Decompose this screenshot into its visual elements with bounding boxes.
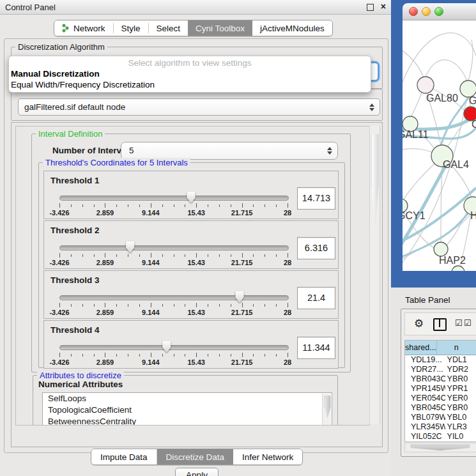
zoom-traffic-light[interactable] bbox=[434, 7, 443, 16]
slider-thumb[interactable] bbox=[125, 241, 135, 253]
network-node[interactable] bbox=[417, 77, 434, 93]
threshold-row: Threshold 1-3.4262.8599.14415.4321.71528… bbox=[43, 171, 339, 219]
table-data-combobox[interactable]: galFiltered.sif default node bbox=[18, 98, 380, 116]
threshold-value-field[interactable]: 14.713 bbox=[297, 187, 335, 210]
spinner-arrows-icon bbox=[327, 147, 332, 155]
threshold-label: Threshold 1 bbox=[50, 176, 100, 185]
attributes-list-scrollbar[interactable] bbox=[322, 394, 331, 426]
minimize-traffic-light[interactable] bbox=[422, 7, 431, 16]
threshold-row: Threshold 3-3.4262.8599.14415.4321.71528… bbox=[43, 270, 339, 319]
scrollbar-thumb[interactable] bbox=[371, 130, 379, 233]
tab-discretize-data[interactable]: Discretize Data bbox=[157, 449, 234, 464]
table-row[interactable]: YDR27...YDR2 bbox=[405, 365, 476, 374]
column-header-name[interactable]: n bbox=[437, 341, 476, 355]
interval-definition-group: Interval Definition Number of Intervals … bbox=[31, 134, 351, 372]
tab-impute-data[interactable]: Impute Data bbox=[91, 449, 157, 464]
threshold-slider[interactable]: -3.4262.8599.14415.4321.71528 bbox=[59, 190, 288, 217]
slider-tick-labels: -3.4262.8599.14415.4321.71528 bbox=[59, 259, 288, 266]
number-of-intervals-spinner[interactable]: 5 bbox=[121, 142, 338, 160]
group-title: Interval Definition bbox=[36, 129, 105, 139]
table-row[interactable]: YPR145WYPR1 bbox=[405, 384, 476, 394]
table-row[interactable]: YBR045CYBR0 bbox=[405, 403, 476, 413]
tab-label: Network bbox=[73, 24, 105, 33]
close-traffic-light[interactable] bbox=[409, 7, 418, 16]
tab-select[interactable]: Select bbox=[149, 20, 188, 36]
table-panel: Table Panel ⚙ ☑ ☑ shared... n YDL19...YD… bbox=[391, 288, 476, 476]
tab-infer-network[interactable]: Infer Network bbox=[233, 449, 302, 464]
threshold-value-field[interactable]: 6.316 bbox=[297, 237, 335, 259]
slider-thumb[interactable] bbox=[235, 291, 245, 303]
split-view-icon[interactable] bbox=[433, 318, 447, 331]
tab-cyni-toolbox[interactable]: Cyni Toolbox bbox=[188, 20, 252, 36]
group-title: Discretization Algorithm bbox=[15, 42, 107, 52]
network-node[interactable] bbox=[452, 266, 464, 271]
threshold-slider[interactable]: -3.4262.8599.14415.4321.71528 bbox=[59, 340, 288, 367]
slider-thumb[interactable] bbox=[162, 341, 171, 353]
slider-track[interactable] bbox=[59, 196, 289, 201]
vertical-scrollbar[interactable] bbox=[369, 126, 380, 424]
dropdown-option-manual[interactable]: Manual Discretization bbox=[11, 69, 369, 80]
slider-ticks bbox=[59, 303, 288, 308]
attribute-list-item[interactable]: SelfLoops bbox=[43, 393, 332, 404]
attribute-list-item[interactable]: BetweennessCentrality bbox=[43, 416, 332, 426]
tab-style[interactable]: Style bbox=[114, 20, 148, 36]
slider-tick-labels: -3.4262.8599.14415.4321.71528 bbox=[59, 309, 288, 316]
node-label: GAL11 bbox=[403, 129, 429, 140]
node-table[interactable]: shared... n YDL19...YDL1YDR27...YDR2YBR0… bbox=[404, 340, 476, 442]
threshold-label: Threshold 4 bbox=[50, 325, 100, 335]
table-row[interactable]: YBL079WYBL0 bbox=[405, 413, 476, 422]
threshold-value-field[interactable]: 11.344 bbox=[297, 337, 335, 359]
network-node[interactable] bbox=[434, 242, 448, 256]
threshold-row: Threshold 4-3.4262.8599.14415.4321.71528… bbox=[43, 320, 339, 369]
gear-icon[interactable]: ⚙ bbox=[414, 317, 424, 330]
slider-thumb[interactable] bbox=[187, 191, 196, 203]
column-header-shared[interactable]: shared... bbox=[405, 341, 437, 355]
network-window-titlebar[interactable] bbox=[403, 3, 476, 20]
algorithm-dropdown-popup: Select algorithm to view settings Manual… bbox=[8, 56, 371, 93]
table-row[interactable]: YER054CYER0 bbox=[405, 394, 476, 403]
network-edge bbox=[441, 167, 442, 242]
network-canvas[interactable]: GAL80GCGAL11GAL4GCY1HHAP2 bbox=[403, 20, 476, 271]
threshold-slider[interactable]: -3.4262.8599.14415.4321.71528 bbox=[59, 240, 288, 267]
network-edge bbox=[426, 60, 467, 81]
slider-track[interactable] bbox=[59, 245, 289, 250]
table-row[interactable]: YBR043CYBR0 bbox=[405, 374, 476, 384]
cyni-toolbox-panel: Discretization Algorithm Select algorith… bbox=[4, 38, 388, 453]
dropdown-option-equal-width[interactable]: Equal Width/Frequency Discretization bbox=[11, 80, 369, 91]
threshold-value-field[interactable]: 21.4 bbox=[297, 287, 335, 309]
float-window-icon[interactable] bbox=[367, 4, 374, 11]
threshold-label: Threshold 3 bbox=[50, 275, 100, 285]
slider-ticks bbox=[59, 203, 288, 208]
dropdown-hint: Select algorithm to view settings bbox=[9, 58, 371, 68]
table-row[interactable]: YDL19...YDL1 bbox=[405, 355, 476, 365]
attributes-list[interactable]: SelfLoopsTopologicalCoefficientBetweenne… bbox=[42, 392, 332, 426]
table-row[interactable]: YLR345WYLR3 bbox=[405, 422, 476, 432]
slider-track[interactable] bbox=[59, 295, 289, 300]
table-data-group: Table Data galFiltered.sif default node bbox=[11, 89, 383, 121]
network-edge bbox=[411, 93, 422, 116]
table-panel-title: Table Panel bbox=[405, 295, 450, 305]
network-icon bbox=[62, 24, 70, 33]
screen: Control Panel × Network Style bbox=[0, 0, 476, 476]
scrollbar-thumb[interactable] bbox=[406, 445, 474, 450]
node-label: G bbox=[469, 95, 476, 106]
tab-jactivemnodules[interactable]: jActiveMNodules bbox=[252, 20, 332, 36]
network-window: GAL80GCGAL11GAL4GCY1HHAP2 bbox=[403, 3, 476, 271]
checkbox-icon[interactable]: ☑ bbox=[455, 318, 463, 328]
apply-button[interactable]: Apply bbox=[175, 468, 219, 476]
checkbox-icon[interactable]: ☑ bbox=[464, 318, 472, 328]
slider-track[interactable] bbox=[59, 345, 289, 350]
node-label: GCY1 bbox=[403, 210, 426, 221]
network-edge bbox=[447, 211, 467, 245]
attribute-list-item[interactable]: TopologicalCoefficient bbox=[43, 404, 332, 416]
tab-network[interactable]: Network bbox=[54, 20, 113, 36]
threshold-slider[interactable]: -3.4262.8599.14415.4321.71528 bbox=[59, 290, 288, 317]
table-toolbar: ⚙ ☑ ☑ bbox=[404, 312, 476, 335]
table-horizontal-scrollbar[interactable] bbox=[404, 443, 476, 452]
numerical-attributes-label: Numerical Attributes bbox=[38, 380, 123, 389]
combobox-value: galFiltered.sif default node bbox=[24, 102, 125, 112]
group-title: Threshold's Coordinates for 5 Intervals bbox=[43, 158, 190, 167]
table-row[interactable]: YIL052CYIL0 bbox=[405, 432, 476, 441]
slider-ticks bbox=[59, 253, 288, 258]
close-icon[interactable]: × bbox=[381, 1, 386, 12]
